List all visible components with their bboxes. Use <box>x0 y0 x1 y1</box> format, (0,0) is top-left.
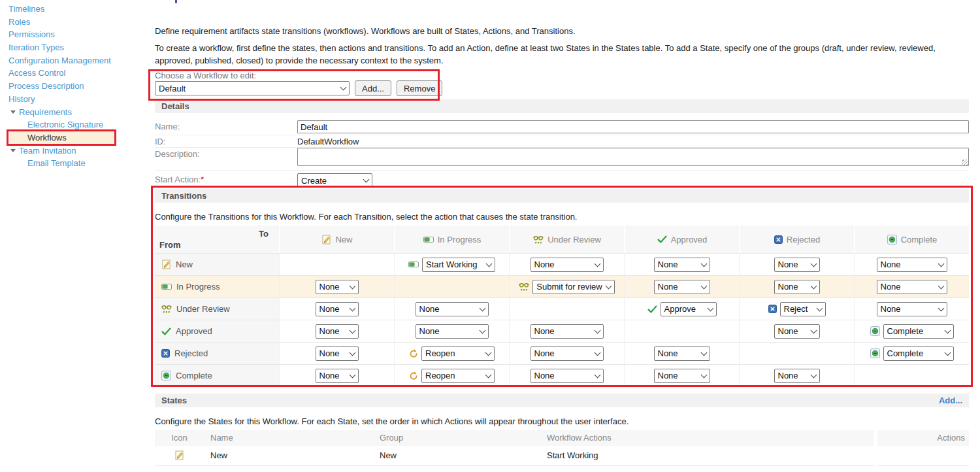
transition-cell-under-review-to-under-review <box>509 297 624 320</box>
add-state-link[interactable]: Add... <box>939 394 962 407</box>
row-header-approved: Approved <box>155 320 279 342</box>
select-value: None <box>419 304 440 314</box>
chevron-down-icon <box>479 305 485 311</box>
under-review-icon <box>519 282 529 291</box>
transition-select-rejected-to-in-progress[interactable]: Reopen <box>421 346 495 361</box>
chevron-down-icon <box>700 260 707 267</box>
select-value: None <box>778 371 798 380</box>
transition-select-new-to-approved[interactable]: None <box>654 258 710 272</box>
workflow-select[interactable]: Default <box>155 81 350 95</box>
select-value: None <box>881 260 901 269</box>
sidebar-item-configuration-management[interactable]: Configuration Management <box>0 54 152 67</box>
sidebar-item-email-template[interactable]: Email Template <box>0 157 152 170</box>
state-icon-cell <box>155 446 204 465</box>
transition-select-in-progress-to-complete[interactable]: None <box>877 280 947 294</box>
chevron-down-icon <box>349 305 355 311</box>
transition-cell-under-review-to-rejected: Reject <box>739 297 854 320</box>
to-label: To <box>259 229 269 239</box>
name-input[interactable] <box>297 120 969 133</box>
start-action-row: Start Action:* Create <box>155 171 969 189</box>
workflow-chooser-label: Choose a Workflow to edit: <box>155 71 256 80</box>
transition-select-under-review-to-rejected[interactable]: Reject <box>780 302 826 316</box>
sidebar-item-process-description[interactable]: Process Description <box>0 80 152 93</box>
transition-select-in-progress-to-under-review[interactable]: Submit for review <box>532 280 614 294</box>
sidebar-item-team-invitation[interactable]: Team Invitation <box>0 144 152 158</box>
in-progress-icon <box>423 237 434 243</box>
transition-cell-complete-to-in-progress: Reopen <box>394 364 509 386</box>
transition-select-under-review-to-complete[interactable]: None <box>877 302 947 316</box>
transition-cell-new-to-complete: None <box>854 253 969 275</box>
sidebar-item-electronic-signature[interactable]: Electronic Signature <box>0 118 152 131</box>
sidebar-item-permissions[interactable]: Permissions <box>0 28 152 41</box>
transition-select-under-review-to-approved[interactable]: Approve <box>661 302 717 316</box>
add-workflow-button[interactable]: Add... <box>355 80 391 96</box>
sidebar-item-workflows[interactable]: Workflows <box>9 131 116 144</box>
select-value: None <box>881 282 901 292</box>
transition-select-new-to-under-review[interactable]: None <box>531 258 604 272</box>
transition-select-approved-to-complete[interactable]: Complete <box>883 324 954 339</box>
sidebar-item-iteration-types[interactable]: Iteration Types <box>0 41 152 54</box>
transition-select-under-review-to-in-progress[interactable]: None <box>416 302 489 316</box>
transition-select-complete-to-rejected[interactable]: None <box>774 369 820 383</box>
remove-workflow-button[interactable]: Remove <box>397 80 442 96</box>
transition-cell-under-review-to-approved: Approve <box>624 297 739 320</box>
column-header-approved: Approved <box>624 226 739 253</box>
chevron-down-icon <box>700 349 707 356</box>
transition-select-in-progress-to-approved[interactable]: None <box>654 280 710 294</box>
sidebar-item-access-control[interactable]: Access Control <box>0 67 152 80</box>
sidebar-item-label: Email Template <box>27 158 86 168</box>
transition-select-new-to-in-progress[interactable]: Start Working <box>422 258 495 272</box>
sidebar-item-label: Requirements <box>19 107 72 117</box>
id-label: ID: <box>155 135 297 146</box>
transition-select-approved-to-new[interactable]: None <box>316 324 359 339</box>
state-actions <box>877 446 969 465</box>
transition-cell-rejected-to-in-progress: Reopen <box>394 342 509 364</box>
transition-select-complete-to-new[interactable]: None <box>316 369 359 383</box>
chevron-down-icon <box>363 177 370 183</box>
transition-select-new-to-rejected[interactable]: None <box>774 258 820 272</box>
resize-grip-icon[interactable] <box>962 160 968 165</box>
transition-select-complete-to-under-review[interactable]: None <box>531 369 604 383</box>
chevron-down-icon <box>938 282 944 289</box>
transition-select-approved-to-rejected[interactable]: None <box>774 324 820 339</box>
transition-select-approved-to-under-review[interactable]: None <box>531 324 604 339</box>
transition-select-rejected-to-approved[interactable]: None <box>654 346 710 361</box>
sidebar-item-label: Access Control <box>8 68 65 78</box>
select-value: None <box>319 282 340 292</box>
approved-icon <box>657 235 667 243</box>
transition-cell-new-to-under-review: None <box>509 253 624 275</box>
from-label: From <box>159 240 181 250</box>
sidebar-item-timelines[interactable]: Timelines <box>0 3 152 16</box>
transition-select-rejected-to-under-review[interactable]: None <box>531 346 604 361</box>
sidebar-item-history[interactable]: History <box>0 93 152 106</box>
description-textarea[interactable] <box>297 148 969 166</box>
chevron-down-icon <box>810 327 817 333</box>
column-header-rejected: Rejected <box>739 226 854 253</box>
select-value: Reject <box>784 304 808 314</box>
select-value: None <box>319 371 340 380</box>
chevron-down-icon <box>594 349 600 356</box>
start-action-select[interactable]: Create <box>297 173 372 188</box>
chevron-down-icon <box>349 349 355 356</box>
transition-select-in-progress-to-rejected[interactable]: None <box>774 280 820 294</box>
transition-select-rejected-to-complete[interactable]: Complete <box>883 346 954 361</box>
sidebar-item-requirements[interactable]: Requirements <box>0 106 152 119</box>
expand-arrow-icon[interactable] <box>10 110 16 114</box>
transition-select-complete-to-in-progress[interactable]: Reopen <box>421 369 495 383</box>
transition-select-complete-to-approved[interactable]: None <box>654 369 710 383</box>
transition-cell-new-to-approved: None <box>624 253 739 275</box>
new-icon <box>174 450 184 460</box>
transition-cell-in-progress-to-under-review: Submit for review <box>509 275 624 297</box>
transition-select-under-review-to-new[interactable]: None <box>316 302 359 316</box>
select-value: None <box>534 371 555 380</box>
sidebar-item-roles[interactable]: Roles <box>0 16 152 29</box>
start-action-value: Create <box>301 176 327 186</box>
transition-select-in-progress-to-new[interactable]: None <box>316 280 359 294</box>
transition-select-approved-to-in-progress[interactable]: None <box>416 324 489 339</box>
expand-arrow-icon[interactable] <box>10 149 16 152</box>
transition-select-new-to-complete[interactable]: None <box>877 258 947 272</box>
chevron-down-icon <box>349 282 355 289</box>
states-column-header-name: Name <box>204 430 373 446</box>
chevron-down-icon <box>485 349 492 356</box>
transition-select-rejected-to-new[interactable]: None <box>316 346 359 361</box>
